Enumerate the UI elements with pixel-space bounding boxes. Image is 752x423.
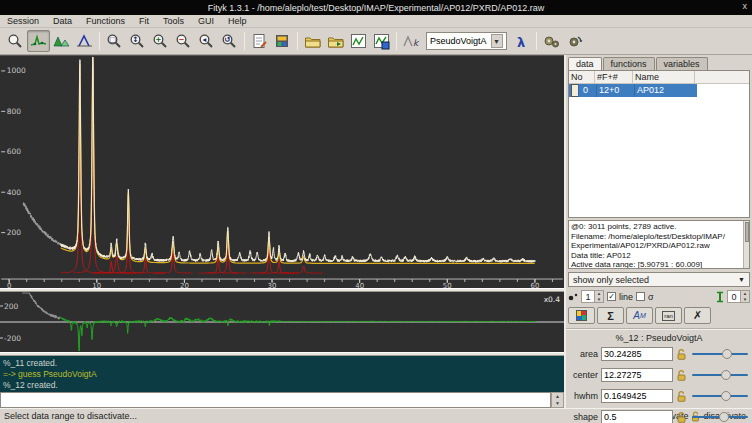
output-log: %_11 created.=-> guess PseudoVoigtA%_12 …: [0, 356, 564, 392]
svg-text:k: k: [413, 38, 420, 48]
param-input-center[interactable]: [601, 368, 673, 382]
dataset-func-count: 12+0: [597, 84, 635, 97]
zoom-all-icon[interactable]: □: [103, 30, 126, 52]
mode-zoom-icon[interactable]: [4, 30, 27, 52]
dataset-colors-button[interactable]: [568, 307, 595, 324]
toolbar-separator: [99, 32, 100, 50]
mode-add-peak-icon[interactable]: [50, 30, 73, 52]
menu-tools[interactable]: Tools: [163, 16, 184, 26]
function-type-dropdown[interactable]: PseudoVoigtA▼: [426, 32, 507, 50]
save-session-icon[interactable]: [370, 30, 393, 52]
save-image-icon[interactable]: [347, 30, 370, 52]
svg-text:600: 600: [7, 147, 21, 156]
menu-help[interactable]: Help: [228, 16, 247, 26]
param-slider-shape[interactable]: [690, 410, 750, 423]
tab-functions[interactable]: functions: [603, 57, 655, 70]
data-transform-button[interactable]: ran: [655, 307, 682, 324]
lock-icon[interactable]: [676, 369, 687, 381]
point-size-spinner[interactable]: 1 ▲▼: [581, 290, 604, 303]
delete-button[interactable]: ✗: [684, 307, 711, 324]
dataset-list[interactable]: No#F+#Name 0 12+0 AP012: [568, 70, 750, 218]
line-checkbox-label: line: [619, 292, 633, 302]
lock-icon[interactable]: [676, 348, 687, 360]
undo-fit-icon[interactable]: [563, 30, 586, 52]
sidebar-action-buttons: Σ AM ran ✗: [568, 307, 750, 324]
svg-text:400: 400: [7, 188, 21, 197]
zoom-out-icon[interactable]: −: [172, 30, 195, 52]
param-slider-center[interactable]: [690, 368, 750, 382]
edit-script-icon[interactable]: [248, 30, 271, 52]
toolbar-separator: [396, 32, 397, 50]
run-fit-icon[interactable]: [540, 30, 563, 52]
open-session-icon[interactable]: [301, 30, 324, 52]
function-type-value: PseudoVoigtA: [430, 36, 487, 46]
log-line-3: %_12 created.: [3, 380, 564, 391]
window-title: Fityk 1.3.1 - /home/aleplo/test/Desktop/…: [208, 3, 545, 13]
svg-text:200: 200: [4, 302, 19, 311]
filter-dropdown-value: show only selected: [573, 275, 649, 285]
svg-text:+: +: [155, 35, 161, 44]
residual-plot-canvas[interactable]: 200-200x0.4: [0, 292, 564, 352]
svg-text:−: −: [178, 35, 184, 44]
param-label-hwhm: hwhm: [568, 391, 598, 401]
svg-text:-200: -200: [4, 334, 21, 343]
dataset-color-swatch[interactable]: [571, 84, 579, 97]
column-header-1: No: [569, 71, 595, 83]
param-input-hwhm[interactable]: [601, 389, 673, 403]
info-scrollbar[interactable]: [743, 221, 749, 268]
menu-session[interactable]: Session: [7, 16, 39, 26]
param-slider-area[interactable]: [690, 347, 750, 361]
menu-functions[interactable]: Functions: [86, 16, 125, 26]
param-label-shape: shape: [568, 412, 598, 422]
function-export-button[interactable]: AM: [626, 307, 653, 324]
shift-value: 0: [728, 291, 740, 302]
aux-scale-label: x0.4: [544, 295, 561, 304]
line-checkbox[interactable]: ✓: [607, 292, 616, 301]
title-bar: Fityk 1.3.1 - /home/aleplo/test/Desktop/…: [0, 0, 752, 15]
menu-data[interactable]: Data: [53, 16, 72, 26]
column-header-2: #F+#: [595, 71, 633, 83]
param-label-area: area: [568, 349, 598, 359]
param-label-center: center: [568, 370, 598, 380]
menu-bar: SessionDataFunctionsFitToolsGUIHelp: [0, 15, 752, 28]
command-input[interactable]: [0, 392, 551, 408]
tab-variables[interactable]: variables: [656, 57, 708, 70]
filter-dropdown[interactable]: show only selected ▼: [568, 272, 750, 287]
param-input-shape[interactable]: [601, 410, 673, 423]
selected-function-title: %_12 : PseudoVoigtA: [566, 333, 752, 343]
param-row-hwhm: hwhm: [566, 385, 752, 406]
svg-text:1000: 1000: [7, 66, 26, 75]
sidebar-tabs: datafunctionsvariables: [566, 55, 752, 70]
log-line-2: =-> guess PseudoVoigtA: [3, 369, 564, 380]
sigma-checkbox[interactable]: [636, 292, 645, 301]
menu-fit[interactable]: Fit: [139, 16, 149, 26]
command-line-row: ▲▼: [0, 392, 564, 408]
lock-icon[interactable]: [676, 411, 687, 423]
lock-icon[interactable]: [676, 390, 687, 402]
tab-data[interactable]: data: [568, 57, 602, 70]
shift-spinner[interactable]: 0 ▲▼: [727, 290, 750, 303]
toolbar-separator: [244, 32, 245, 50]
mode-data-range-icon[interactable]: [27, 30, 50, 52]
param-input-area[interactable]: [601, 347, 673, 361]
param-slider-hwhm[interactable]: [690, 389, 750, 403]
execute-script-icon[interactable]: [324, 30, 347, 52]
zoom-in-icon[interactable]: +: [149, 30, 172, 52]
sum-formula-button[interactable]: Σ: [597, 307, 624, 324]
dataset-row[interactable]: 0 12+0 AP012: [569, 84, 697, 97]
main-plot-canvas[interactable]: 01020304050602004006008001000: [0, 55, 564, 288]
menu-gui[interactable]: GUI: [198, 16, 214, 26]
info-line-1: @0: 3011 points, 2789 active.: [571, 222, 741, 232]
close-window-button[interactable]: x: [743, 1, 748, 11]
toolbar-separator: [536, 32, 537, 50]
info-line-2: Filename: /home/aleplo/test/Desktop/IMAP…: [571, 232, 741, 242]
add-function-icon[interactable]: λ: [510, 30, 533, 52]
toolbar-separator: [297, 32, 298, 50]
command-history-spinner[interactable]: ▲▼: [551, 392, 564, 408]
mode-activate-icon[interactable]: [73, 30, 96, 52]
zoom-previous-icon[interactable]: ◂: [195, 30, 218, 52]
show-dump-icon[interactable]: [271, 30, 294, 52]
zoom-autoscale-icon[interactable]: ↺: [218, 30, 241, 52]
zoom-vertical-icon[interactable]: ↕: [126, 30, 149, 52]
auto-guess-icon[interactable]: k: [400, 30, 423, 52]
